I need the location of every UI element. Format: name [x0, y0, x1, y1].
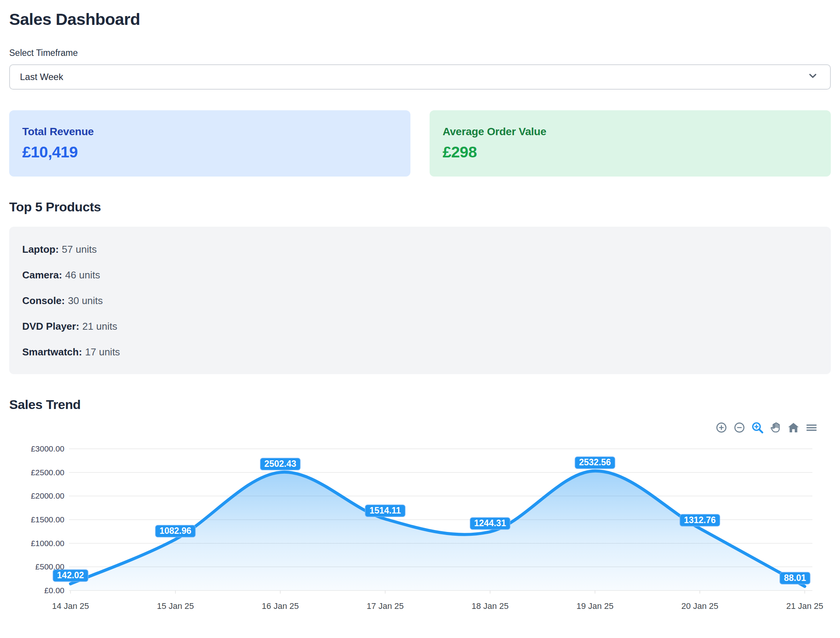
pan-icon[interactable]: [769, 421, 782, 434]
svg-text:15 Jan 25: 15 Jan 25: [157, 601, 194, 611]
svg-text:1514.11: 1514.11: [369, 505, 401, 515]
product-name: Console:: [22, 295, 65, 306]
product-units: 46 units: [65, 269, 100, 281]
product-name: Camera:: [22, 269, 62, 281]
timeframe-label: Select Timeframe: [9, 48, 831, 58]
timeframe-selected-value: Last Week: [20, 72, 63, 82]
svg-text:£3000.00: £3000.00: [31, 444, 64, 453]
svg-text:20 Jan 25: 20 Jan 25: [681, 601, 719, 611]
product-name: DVD Player:: [22, 321, 79, 332]
top-products-title: Top 5 Products: [9, 200, 831, 214]
product-item: Console:30 units: [22, 295, 818, 307]
svg-text:88.01: 88.01: [784, 573, 806, 583]
sales-trend-title: Sales Trend: [9, 397, 831, 412]
svg-text:19 Jan 25: 19 Jan 25: [576, 601, 614, 611]
product-item: Laptop:57 units: [22, 244, 818, 255]
svg-text:1082.96: 1082.96: [159, 526, 191, 536]
total-revenue-card: Total Revenue £10,419: [9, 110, 410, 177]
sales-trend-chart-section: £0.00£500.00£1000.00£1500.00£2000.00£250…: [9, 420, 831, 628]
product-item: Smartwatch:17 units: [22, 346, 818, 358]
average-order-value-card: Average Order Value £298: [430, 110, 831, 177]
total-revenue-label: Total Revenue: [22, 126, 397, 138]
product-item: Camera:46 units: [22, 269, 818, 281]
chevron-down-icon: [807, 70, 819, 84]
product-units: 57 units: [62, 244, 97, 255]
selection-zoom-icon[interactable]: [751, 421, 764, 434]
product-item: DVD Player:21 units: [22, 321, 818, 332]
page-title: Sales Dashboard: [9, 10, 831, 29]
svg-text:£0.00: £0.00: [44, 586, 64, 595]
svg-text:17 Jan 25: 17 Jan 25: [367, 601, 404, 611]
top-products-box: Laptop:57 units Camera:46 units Console:…: [9, 227, 831, 374]
product-units: 17 units: [85, 346, 120, 358]
total-revenue-value: £10,419: [22, 143, 397, 161]
svg-text:16 Jan 25: 16 Jan 25: [262, 601, 299, 611]
zoom-out-icon[interactable]: [733, 421, 746, 434]
chart-toolbar: [9, 420, 831, 435]
average-order-value-label: Average Order Value: [443, 126, 818, 138]
svg-text:£1500.00: £1500.00: [31, 515, 64, 524]
svg-text:1244.31: 1244.31: [474, 518, 506, 528]
svg-text:142.02: 142.02: [57, 570, 84, 580]
svg-text:2502.43: 2502.43: [264, 459, 296, 469]
sales-trend-chart[interactable]: £0.00£500.00£1000.00£1500.00£2000.00£250…: [9, 435, 831, 628]
svg-text:21 Jan 25: 21 Jan 25: [786, 601, 824, 611]
zoom-in-icon[interactable]: [715, 421, 728, 434]
svg-text:18 Jan 25: 18 Jan 25: [472, 601, 509, 611]
svg-text:14 Jan 25: 14 Jan 25: [52, 601, 89, 611]
home-icon[interactable]: [787, 421, 800, 434]
product-name: Smartwatch:: [22, 346, 82, 358]
svg-text:£2000.00: £2000.00: [31, 491, 64, 500]
product-units: 21 units: [82, 321, 117, 332]
svg-text:2532.56: 2532.56: [579, 457, 611, 467]
timeframe-select[interactable]: Last Week: [9, 64, 831, 90]
svg-text:1312.76: 1312.76: [684, 515, 716, 525]
product-name: Laptop:: [22, 244, 59, 255]
svg-text:£2500.00: £2500.00: [31, 468, 64, 477]
product-units: 30 units: [68, 295, 103, 306]
average-order-value-value: £298: [443, 143, 818, 161]
menu-icon[interactable]: [805, 421, 818, 434]
svg-text:£1000.00: £1000.00: [31, 539, 64, 548]
